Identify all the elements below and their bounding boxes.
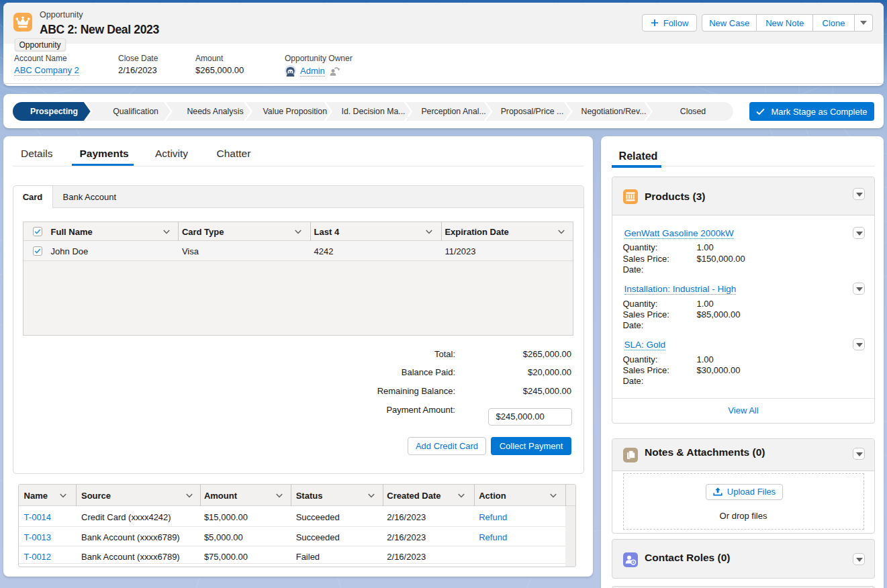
svg-text:Id. Decision Ma...: Id. Decision Ma... <box>342 107 406 116</box>
svg-text:Prospecting: Prospecting <box>30 107 78 116</box>
svg-text:Perception Anal...: Perception Anal... <box>421 107 485 116</box>
svg-text:Closed: Closed <box>680 107 706 116</box>
svg-text:Proposal/Price ...: Proposal/Price ... <box>501 107 564 116</box>
svg-text:Needs Analysis: Needs Analysis <box>187 107 243 116</box>
svg-text:Value Proposition: Value Proposition <box>263 107 328 116</box>
svg-text:Qualification: Qualification <box>113 107 158 116</box>
svg-text:Negotiation/Rev...: Negotiation/Rev... <box>581 107 647 116</box>
